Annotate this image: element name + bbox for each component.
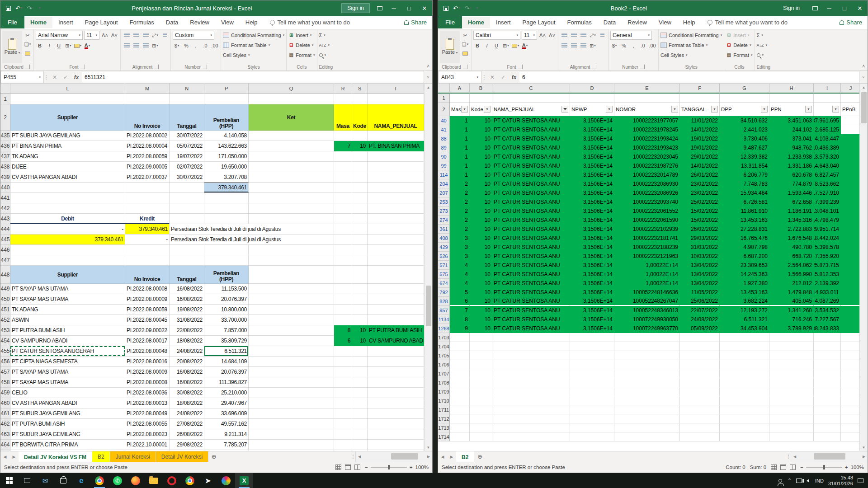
data-cell[interactable]: 10 (470, 179, 492, 188)
kode-cell[interactable]: 10 (352, 336, 368, 346)
cell[interactable] (570, 342, 614, 351)
row-header-465[interactable]: 465 (0, 450, 10, 451)
horizontal-scrollbar[interactable]: ◀ ▶ (355, 451, 432, 462)
normal-view-icon[interactable] (771, 465, 777, 470)
opera-icon[interactable] (163, 473, 181, 488)
masa-cell[interactable]: 8 (334, 325, 352, 336)
accounting-format-icon[interactable]: $▾ (173, 42, 181, 49)
data-cell[interactable]: 100022231993424 (614, 134, 680, 143)
supplier-cell[interactable]: CELIO (10, 388, 125, 398)
data-cell[interactable]: 7.355.920 (814, 252, 841, 261)
data-cell[interactable]: 8 (450, 315, 470, 324)
cell[interactable] (368, 94, 424, 104)
data-cell[interactable]: 13/04/2022 (680, 261, 720, 270)
row-header-441[interactable]: 441 (0, 193, 10, 203)
data-cell[interactable]: 15.934.464 (720, 188, 769, 197)
ket-cell[interactable] (249, 325, 334, 336)
tanggal-cell[interactable]: 19/08/2022 (170, 305, 204, 315)
column-header-E[interactable]: E (614, 84, 680, 94)
cell[interactable] (334, 398, 352, 408)
data-cell[interactable]: 29.951.714 (814, 225, 841, 234)
row-header-463[interactable]: 463 (0, 429, 10, 440)
filter-header-D[interactable]: NPWP▼ (570, 103, 614, 116)
data-cell[interactable]: 12.339.382 (720, 152, 769, 161)
ket-cell[interactable] (249, 440, 334, 450)
cell[interactable] (470, 396, 492, 405)
hpp-cell[interactable]: 7.785.207 (204, 440, 249, 450)
row-header-459[interactable]: 459 (0, 388, 10, 398)
data-cell[interactable]: 3,1506E+14 (570, 243, 614, 252)
cell[interactable] (470, 333, 492, 342)
zoom-level[interactable]: 100% (415, 465, 429, 470)
data-cell[interactable]: 3,1506E+14 (570, 134, 614, 143)
supplier-cell[interactable]: TK ADANG (10, 151, 125, 162)
sort-filter-button[interactable]: A↓Z▾ (319, 41, 333, 49)
tell-me-box[interactable]: Tell me what you want to do (270, 19, 350, 26)
cell[interactable] (204, 255, 249, 266)
tanggal-cell[interactable]: 18/08/2022 (170, 336, 204, 346)
data-cell[interactable]: 1.186.191 (769, 206, 814, 216)
data-cell[interactable]: 3,1506E+14 (570, 261, 614, 270)
cell[interactable] (680, 378, 720, 387)
maximize-button[interactable]: □ (401, 0, 417, 16)
data-cell[interactable]: 3.789.929 (769, 324, 814, 333)
data-cell[interactable]: 3,1506E+14 (570, 216, 614, 225)
data-cell[interactable]: 3,1506E+14 (570, 297, 614, 306)
data-cell[interactable]: 25/02/2022 (680, 197, 720, 206)
data-cell[interactable]: 23.309.653 (720, 261, 769, 270)
cell[interactable] (204, 193, 249, 203)
data-cell[interactable]: 6.206.779 (720, 170, 769, 179)
cell[interactable] (368, 245, 424, 255)
format-as-table-button[interactable]: Format as Table▾ (660, 41, 722, 49)
row-header-451[interactable]: 451 (0, 305, 10, 315)
data-cell[interactable]: 3.730.406 (720, 134, 769, 143)
data-cell[interactable]: 3,1506E+14 (570, 252, 614, 261)
data-cell[interactable]: 15/02/2022 (680, 216, 720, 225)
tab-help[interactable]: Help (240, 17, 264, 28)
data-cell[interactable]: 11/01/2022 (680, 116, 720, 125)
column-header-H[interactable]: H (769, 84, 814, 94)
data-cell[interactable]: 1.233.938 (769, 152, 814, 161)
data-cell[interactable]: 15/02/2022 (680, 206, 720, 216)
filter-active-icon[interactable] (561, 106, 568, 113)
percent-style-icon[interactable]: % (620, 42, 628, 49)
merge-center-icon[interactable]: ⊞▾ (151, 42, 159, 49)
copy-icon[interactable]: ❏▾ (24, 41, 32, 48)
data-cell[interactable]: 25.873.715 (814, 261, 841, 270)
cell[interactable] (470, 405, 492, 414)
cell[interactable] (614, 432, 680, 441)
invoice-cell[interactable]: PI.2022.08.00008 (125, 377, 170, 388)
cell[interactable] (204, 94, 249, 104)
row-header-443[interactable]: 443 (0, 214, 10, 224)
customize-qat-icon[interactable]: ▾ (37, 5, 42, 11)
ket-cell[interactable] (249, 141, 334, 151)
supplier-cell[interactable]: PT SUBUR JAYA GEMILANG (10, 131, 125, 141)
customize-qat-icon[interactable]: ▾ (474, 5, 480, 11)
ket-cell[interactable] (249, 377, 334, 388)
cell[interactable] (720, 378, 769, 387)
data-cell[interactable] (841, 315, 859, 324)
tanggal-cell[interactable]: 24/08/2022 (170, 346, 204, 357)
data-cell[interactable]: PT CATUR SENTOSA ANU (492, 288, 570, 297)
cell[interactable] (352, 131, 368, 141)
accounting-format-icon[interactable]: $▾ (610, 42, 618, 49)
tanggal-cell[interactable]: 05/07/2022 (170, 141, 204, 151)
data-cell[interactable]: 7.227.567 (814, 315, 841, 324)
row-header-88[interactable]: 88 (438, 134, 450, 143)
ket-cell[interactable] (249, 388, 334, 398)
data-cell[interactable]: 100022231977057 (614, 116, 680, 125)
cell[interactable] (334, 203, 352, 214)
cell[interactable] (10, 193, 125, 203)
data-cell[interactable]: 1 (450, 152, 470, 161)
cell[interactable] (368, 419, 424, 429)
cell[interactable] (334, 315, 352, 325)
tanggal-cell[interactable]: 16/08/2022 (170, 377, 204, 388)
header-ket[interactable]: Ket (249, 104, 334, 131)
cell[interactable] (614, 396, 680, 405)
cell[interactable] (368, 315, 424, 325)
scroll-left-icon[interactable]: ◀ (356, 455, 363, 459)
decrease-font-icon[interactable]: A˅ (548, 32, 556, 39)
cell[interactable] (352, 284, 368, 294)
format-painter-icon[interactable] (461, 50, 469, 57)
ket-cell[interactable] (249, 346, 334, 357)
